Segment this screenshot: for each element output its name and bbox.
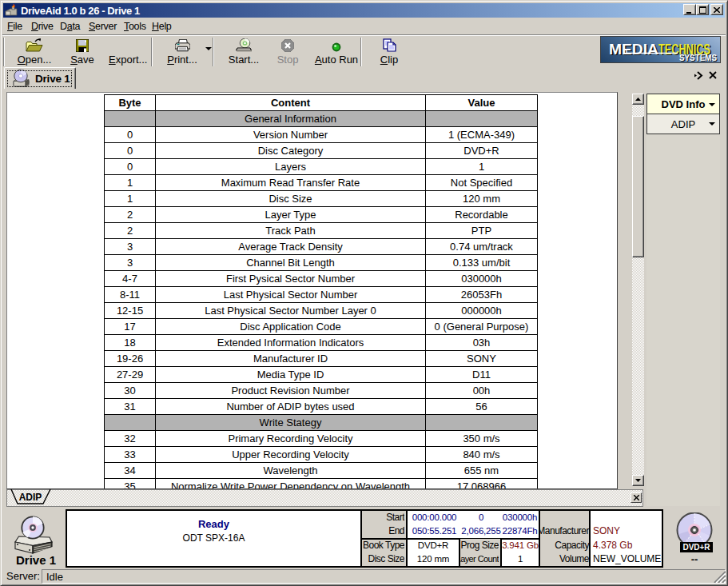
svg-text:MEDIA: MEDIA xyxy=(609,41,658,58)
svg-text:ADIP: ADIP xyxy=(19,492,42,503)
svg-text:SYSTEMS: SYSTEMS xyxy=(679,53,717,62)
